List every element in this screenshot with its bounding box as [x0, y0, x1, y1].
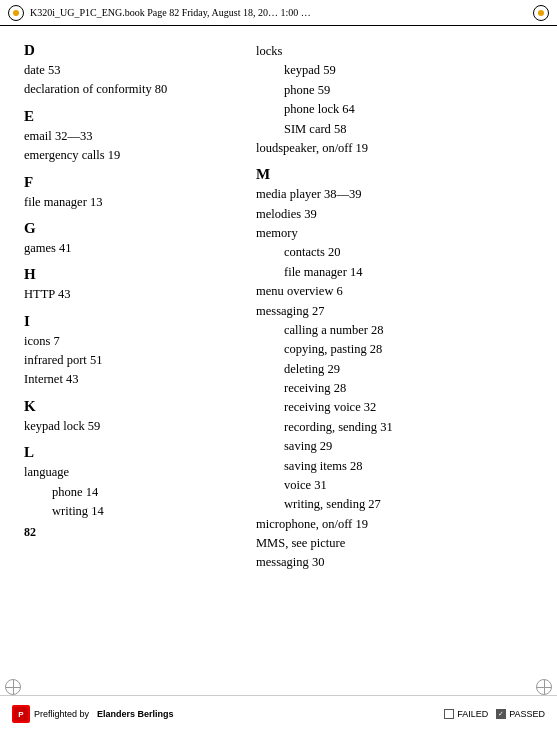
index-letter-i: I — [24, 313, 236, 330]
index-entry-melodies: melodies 39 — [256, 205, 533, 224]
index-letter-g: G — [24, 220, 236, 237]
index-letter-d: D — [24, 42, 236, 59]
passed-label: PASSED — [509, 709, 545, 719]
index-letter-e: E — [24, 108, 236, 125]
index-letter-f: F — [24, 174, 236, 191]
top-bar: K320i_UG_P1C_ENG.book Page 82 Friday, Au… — [0, 0, 557, 26]
index-letter-m: M — [256, 166, 533, 183]
index-entry-locks-sim-card: SIM card 58 — [284, 120, 533, 139]
publisher-name: Elanders Berlings — [97, 709, 174, 719]
index-entry-messaging-calling: calling a number 28 — [284, 321, 533, 340]
bottom-bar-left: P Preflighted by Elanders Berlings — [12, 705, 174, 723]
index-entry-messaging-receiving-voice: receiving voice 32 — [284, 398, 533, 417]
index-entry-locks-phone-lock: phone lock 64 — [284, 100, 533, 119]
bottom-bar: P Preflighted by Elanders Berlings FAILE… — [0, 695, 557, 731]
index-entry-menu-overview: menu overview 6 — [256, 282, 533, 301]
index-entry-mms-see: MMS, see picture — [256, 534, 533, 553]
index-entry-email: email 32—33 — [24, 127, 236, 146]
index-entry-internet: Internet 43 — [24, 370, 236, 389]
index-entry-messaging-deleting: deleting 29 — [284, 360, 533, 379]
failed-label: FAILED — [457, 709, 488, 719]
index-entry-messaging-voice: voice 31 — [284, 476, 533, 495]
index-entry-infrared-port: infrared port 51 — [24, 351, 236, 370]
index-entry-date: date 53 — [24, 61, 236, 80]
index-entry-declaration: declaration of conformity 80 — [24, 80, 236, 99]
reg-circle-br — [536, 679, 552, 695]
index-entry-messaging-recording: recording, sending 31 — [284, 418, 533, 437]
index-letter-h: H — [24, 266, 236, 283]
index-entry-memory: memory — [256, 224, 533, 243]
page-number: 82 — [24, 525, 236, 540]
index-entry-loudspeaker: loudspeaker, on/off 19 — [256, 139, 533, 158]
index-entry-messaging-saving-items: saving items 28 — [284, 457, 533, 476]
left-column: D date 53 declaration of conformity 80 E… — [24, 42, 244, 687]
index-entry-games: games 41 — [24, 239, 236, 258]
top-bar-left: K320i_UG_P1C_ENG.book Page 82 Friday, Au… — [8, 5, 311, 21]
index-entry-http: HTTP 43 — [24, 285, 236, 304]
svg-text:P: P — [18, 710, 24, 719]
passed-checkbox: ✓ — [496, 709, 506, 719]
index-entry-messaging-writing: writing, sending 27 — [284, 495, 533, 514]
index-letter-l: L — [24, 444, 236, 461]
index-entry-file-manager: file manager 13 — [24, 193, 236, 212]
corner-mark-tr — [533, 5, 549, 21]
preflight-icon: P — [14, 707, 28, 721]
passed-status: ✓ PASSED — [496, 709, 545, 719]
index-letter-k: K — [24, 398, 236, 415]
status-area: FAILED ✓ PASSED — [444, 709, 545, 719]
main-content: D date 53 declaration of conformity 80 E… — [0, 26, 557, 695]
right-column: locks keypad 59 phone 59 phone lock 64 S… — [244, 42, 533, 687]
index-entry-messaging: messaging 27 — [256, 302, 533, 321]
reg-circle-bl — [5, 679, 21, 695]
index-entry-messaging-receiving: receiving 28 — [284, 379, 533, 398]
index-entry-emergency-calls: emergency calls 19 — [24, 146, 236, 165]
preflight-label: Preflighted by — [34, 709, 89, 719]
index-entry-memory-contacts: contacts 20 — [284, 243, 533, 262]
index-entry-language-phone: phone 14 — [52, 483, 236, 502]
corner-mark-tl — [8, 5, 24, 21]
index-entry-media-player: media player 38—39 — [256, 185, 533, 204]
index-entry-mms-messaging: messaging 30 — [256, 553, 533, 572]
index-entry-icons: icons 7 — [24, 332, 236, 351]
index-entry-memory-file-manager: file manager 14 — [284, 263, 533, 282]
index-entry-messaging-copying: copying, pasting 28 — [284, 340, 533, 359]
index-entry-language-writing: writing 14 — [52, 502, 236, 521]
index-entry-locks-phone: phone 59 — [284, 81, 533, 100]
index-entry-microphone: microphone, on/off 19 — [256, 515, 533, 534]
page-container: K320i_UG_P1C_ENG.book Page 82 Friday, Au… — [0, 0, 557, 731]
corner-reg-br — [536, 679, 552, 695]
preflight-logo: P — [12, 705, 30, 723]
index-entry-locks-keypad: keypad 59 — [284, 61, 533, 80]
index-entry-keypad-lock: keypad lock 59 — [24, 417, 236, 436]
index-entry-locks: locks — [256, 42, 533, 61]
index-entry-messaging-saving: saving 29 — [284, 437, 533, 456]
header-title: K320i_UG_P1C_ENG.book Page 82 Friday, Au… — [30, 7, 311, 18]
corner-dot-tr — [538, 10, 544, 16]
corner-reg-bl — [5, 679, 21, 695]
failed-checkbox — [444, 709, 454, 719]
index-entry-language: language — [24, 463, 236, 482]
corner-dot — [13, 10, 19, 16]
failed-status: FAILED — [444, 709, 488, 719]
